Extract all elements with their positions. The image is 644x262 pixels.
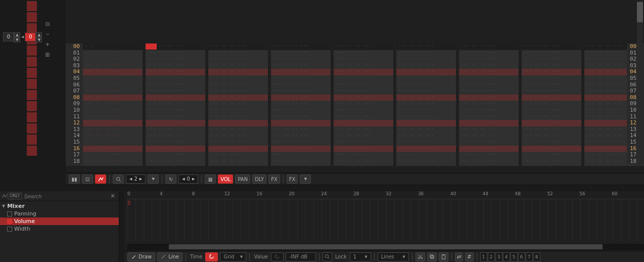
- step-6[interactable]: 6: [518, 252, 525, 261]
- slot[interactable]: [27, 146, 37, 156]
- tree-item[interactable]: Panning: [0, 210, 119, 217]
- flip-h-button[interactable]: ⇄: [455, 252, 463, 261]
- search-button[interactable]: [113, 174, 124, 184]
- slot[interactable]: [27, 101, 37, 111]
- lock-select[interactable]: 1▼: [350, 252, 371, 261]
- slot[interactable]: [27, 123, 37, 134]
- pattern-index-value[interactable]: 0: [3, 32, 14, 41]
- slot[interactable]: [27, 112, 37, 122]
- only-badge[interactable]: ONLY: [8, 193, 22, 199]
- value-snap-toggle[interactable]: [271, 252, 284, 261]
- dropdown-button[interactable]: ▼: [148, 174, 159, 184]
- selected-pattern-spinner[interactable]: ▲▼: [36, 32, 42, 41]
- step-1[interactable]: 1: [480, 252, 487, 261]
- layout-icon[interactable]: ⊟: [44, 21, 51, 27]
- step-7[interactable]: 7: [526, 252, 533, 261]
- pattern-index-spinner[interactable]: ▲▼: [14, 32, 20, 41]
- track[interactable]: ··· ·· ·· ······ ·· ·· ······ ·· ·· ····…: [146, 43, 205, 166]
- automation-search-input[interactable]: [24, 193, 109, 199]
- plus-icon[interactable]: +: [44, 41, 51, 48]
- automation-lane[interactable]: 04812162024283236404448525660 0: [124, 191, 644, 250]
- value-readout: -INF dB: [286, 252, 316, 261]
- pattern-vscroll[interactable]: [637, 1, 643, 166]
- fx-button[interactable]: FX: [287, 174, 298, 184]
- tab-vol[interactable]: VOL: [218, 174, 233, 184]
- slot[interactable]: [27, 135, 37, 145]
- step-3[interactable]: 3: [495, 252, 502, 261]
- sequencer-side-tools: ⊟ − + ▥: [44, 20, 52, 62]
- track[interactable]: ··· ·· ·· ······ ·· ·· ······ ·· ·· ····…: [459, 43, 519, 166]
- step-buttons[interactable]: 12345678: [480, 252, 540, 261]
- automation-hscroll[interactable]: [127, 244, 644, 250]
- track[interactable]: ··· ·· ·· ······ ·· ·· ······ ·· ·· ····…: [208, 43, 268, 166]
- track[interactable]: ··· ·· ·· ······ ·· ·· ······ ·· ·· ····…: [396, 43, 456, 166]
- cut-button[interactable]: [416, 252, 425, 261]
- automation-canvas[interactable]: [127, 199, 644, 242]
- slot[interactable]: [27, 57, 37, 67]
- checkbox-icon[interactable]: [7, 227, 12, 232]
- slot[interactable]: [27, 79, 37, 89]
- time-label: Time: [189, 254, 203, 259]
- grid-toggle[interactable]: ▦: [205, 174, 216, 184]
- tab-pan[interactable]: PAN: [235, 174, 250, 184]
- automation-tree[interactable]: ▼ Mixer PanningVolumeWidth: [0, 201, 119, 234]
- step-5[interactable]: 5: [511, 252, 518, 261]
- tree-item[interactable]: Width: [0, 225, 119, 233]
- step-8[interactable]: 8: [533, 252, 540, 261]
- track[interactable]: ··· ·· ·· ······ ·· ·· ······ ·· ·· ····…: [271, 43, 331, 166]
- pattern-editor[interactable]: 00010203040506070809101112131415161718 -…: [66, 0, 644, 172]
- slot[interactable]: [27, 12, 37, 22]
- track[interactable]: ··· ·· ·· ······ ·· ·· ······ ·· ·· ····…: [522, 43, 581, 166]
- selected-pattern-index[interactable]: 0: [25, 32, 36, 41]
- track[interactable]: - -··· ·· ·· ······ ·· ·· ······ ·· ·· ·…: [83, 43, 143, 166]
- automation-toggle[interactable]: [95, 174, 106, 184]
- svg-line-1: [119, 180, 121, 182]
- svg-point-3: [210, 254, 211, 255]
- track[interactable]: ··· ·· ·· ······ ·· ·· ······ ·· ·· ····…: [334, 43, 393, 166]
- tab-dly[interactable]: DLY: [252, 174, 266, 184]
- step-4[interactable]: 4: [503, 252, 510, 261]
- sequencer-slots[interactable]: [27, 0, 39, 157]
- close-icon[interactable]: ✕: [109, 193, 117, 199]
- automation-ruler[interactable]: 04812162024283236404448525660: [127, 191, 644, 199]
- tree-group-mixer[interactable]: ▼ Mixer: [0, 202, 119, 210]
- record-toggle[interactable]: ⊡: [82, 174, 93, 184]
- pause-button[interactable]: ▮▮: [69, 174, 80, 184]
- scroll-thumb[interactable]: [637, 2, 643, 22]
- slot[interactable]: [27, 90, 37, 100]
- tree-item[interactable]: Volume: [0, 217, 119, 225]
- tree-item-label: Panning: [14, 210, 36, 217]
- play-marker-icon: ◀: [20, 35, 25, 39]
- line-tool[interactable]: Line: [157, 252, 182, 261]
- scroll-thumb[interactable]: [169, 244, 603, 249]
- loop-button[interactable]: ↻: [165, 174, 176, 184]
- cursor[interactable]: [146, 43, 157, 50]
- flip-v-button[interactable]: ⇵: [465, 252, 473, 261]
- fx-dropdown[interactable]: ▼: [300, 174, 311, 184]
- draw-tool[interactable]: Draw: [127, 252, 155, 261]
- lock-search[interactable]: [323, 252, 332, 261]
- spin-value[interactable]: ◀0▶: [178, 174, 198, 184]
- automation-search-row: ONLY ✕: [0, 191, 119, 201]
- time-snap-toggle[interactable]: [205, 252, 218, 261]
- step-2[interactable]: 2: [488, 252, 495, 261]
- copy-button[interactable]: [427, 252, 437, 261]
- svg-line-6: [328, 257, 330, 259]
- minus-icon[interactable]: −: [44, 31, 51, 37]
- checkbox-icon[interactable]: [7, 211, 12, 216]
- time-mode-select[interactable]: Grid▼: [220, 252, 246, 261]
- slot[interactable]: [27, 46, 37, 56]
- slot[interactable]: [27, 23, 37, 33]
- slot[interactable]: [27, 68, 37, 78]
- mapping-icon[interactable]: ▥: [44, 52, 51, 58]
- step-value[interactable]: ◀2▶: [126, 174, 146, 184]
- ruler-tick: 44: [483, 191, 488, 196]
- svg-line-2: [162, 255, 165, 258]
- ruler-tick: 4: [160, 191, 163, 196]
- curve-mode-select[interactable]: Lines▼: [378, 252, 409, 261]
- tab-fx[interactable]: FX: [268, 174, 280, 184]
- paste-button[interactable]: [439, 252, 448, 261]
- slot[interactable]: [27, 1, 37, 11]
- checkbox-icon[interactable]: [7, 219, 12, 224]
- svg-rect-14: [443, 254, 444, 255]
